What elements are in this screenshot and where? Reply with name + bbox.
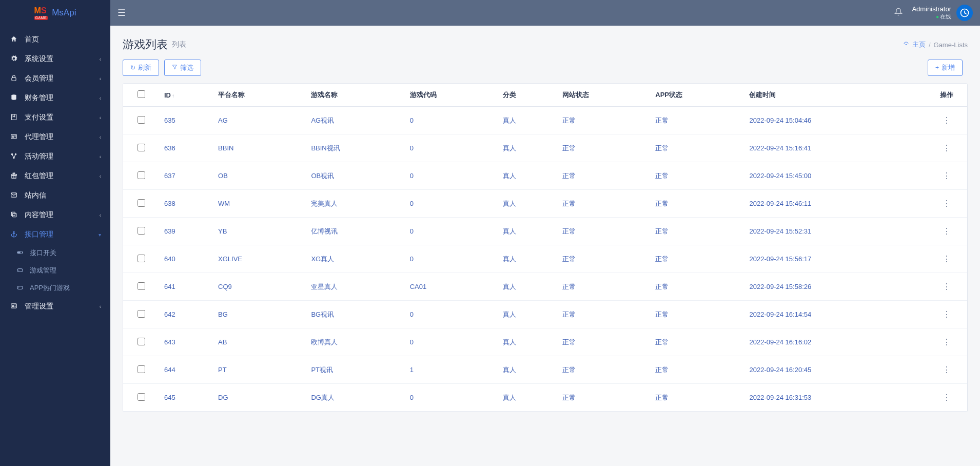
cell-id[interactable]: 642: [159, 301, 213, 328]
row-checkbox[interactable]: [138, 199, 145, 207]
sidebar-item-1[interactable]: 系统设置‹: [0, 49, 110, 69]
cell-created: 2022-09-24 16:16:02: [744, 328, 926, 356]
row-actions-icon[interactable]: ⋮: [939, 170, 954, 182]
cell-platform[interactable]: PT: [213, 356, 306, 384]
row-checkbox[interactable]: [138, 365, 145, 373]
cell-platform[interactable]: YB: [213, 218, 306, 245]
row-checkbox[interactable]: [138, 227, 145, 235]
cell-game[interactable]: DG真人: [306, 384, 404, 412]
sidebar-subitem-1[interactable]: 游戏管理: [0, 262, 110, 279]
row-checkbox[interactable]: [138, 116, 145, 124]
col-created[interactable]: 创建时间: [744, 84, 926, 107]
cell-game[interactable]: XG真人: [306, 245, 404, 273]
cell-platform[interactable]: CQ9: [213, 273, 306, 301]
col-category[interactable]: 分类: [498, 84, 557, 107]
sidebar-item-4[interactable]: 支付设置‹: [0, 108, 110, 127]
row-actions-icon[interactable]: ⋮: [939, 281, 954, 293]
cell-game[interactable]: 亚星真人: [306, 273, 404, 301]
sidebar-subitem-2[interactable]: APP热门游戏: [0, 279, 110, 297]
breadcrumb-home[interactable]: 主页: [912, 40, 926, 49]
svg-rect-12: [11, 212, 15, 216]
cell-game[interactable]: BG视讯: [306, 301, 404, 328]
row-actions-icon[interactable]: ⋮: [939, 198, 954, 209]
sidebar-item-2[interactable]: 会员管理‹: [0, 69, 110, 88]
menu-toggle-icon[interactable]: ☰: [117, 7, 126, 18]
cell-game[interactable]: 欧博真人: [306, 328, 404, 356]
sidebar-item-label: 会员管理: [25, 74, 53, 83]
sidebar-item-0[interactable]: 首页: [0, 30, 110, 49]
sidebar-item-9[interactable]: 内容管理‹: [0, 205, 110, 225]
row-checkbox[interactable]: [138, 310, 145, 318]
sidebar-subitem-0[interactable]: 接口开关: [0, 244, 110, 262]
cell-appstatus: 正常: [650, 107, 744, 134]
cell-id[interactable]: 644: [159, 356, 213, 384]
user-block[interactable]: Administrator ●在线: [912, 6, 951, 20]
cell-platform[interactable]: AB: [213, 328, 306, 356]
row-checkbox[interactable]: [138, 255, 145, 262]
sidebar-item-10[interactable]: 接口管理▾: [0, 225, 110, 244]
cell-game[interactable]: PT视讯: [306, 356, 404, 384]
cell-platform[interactable]: BG: [213, 301, 306, 328]
cell-id[interactable]: 635: [159, 107, 213, 134]
cell-id[interactable]: 641: [159, 273, 213, 301]
cell-id[interactable]: 640: [159, 245, 213, 273]
sidebar-item-3[interactable]: 财务管理‹: [0, 88, 110, 108]
cell-game[interactable]: BBIN视讯: [306, 134, 404, 162]
gift-icon: [9, 172, 18, 181]
row-checkbox[interactable]: [138, 171, 145, 179]
add-button[interactable]: + 新增: [928, 60, 963, 76]
cell-platform[interactable]: AG: [213, 107, 306, 134]
cell-game[interactable]: OB视讯: [306, 162, 404, 190]
cell-id[interactable]: 638: [159, 190, 213, 218]
row-actions-icon[interactable]: ⋮: [939, 114, 954, 126]
sidebar-item-8[interactable]: 站内信: [0, 186, 110, 205]
cell-platform[interactable]: OB: [213, 162, 306, 190]
svg-rect-16: [17, 268, 23, 271]
brand[interactable]: MS GAME MsApi: [0, 0, 110, 26]
bookmark-icon: [9, 113, 18, 122]
row-actions-icon[interactable]: ⋮: [939, 364, 954, 376]
row-checkbox[interactable]: [138, 282, 145, 290]
cell-id[interactable]: 645: [159, 384, 213, 412]
sidebar-subitem-label: APP热门游戏: [30, 283, 70, 293]
sidebar-item-7[interactable]: 红包管理‹: [0, 166, 110, 186]
avatar[interactable]: [956, 5, 973, 21]
col-code[interactable]: 游戏代码: [405, 84, 498, 107]
gears-icon: [9, 55, 18, 64]
row-actions-icon[interactable]: ⋮: [939, 225, 954, 237]
cell-platform[interactable]: WM: [213, 190, 306, 218]
sidebar-item-11[interactable]: 管理设置‹: [0, 297, 110, 316]
cell-game[interactable]: 完美真人: [306, 190, 404, 218]
col-game[interactable]: 游戏名称: [306, 84, 404, 107]
row-actions-icon[interactable]: ⋮: [939, 336, 954, 348]
row-checkbox[interactable]: [138, 144, 145, 151]
col-appstatus[interactable]: APP状态: [650, 84, 744, 107]
cell-id[interactable]: 643: [159, 328, 213, 356]
row-checkbox[interactable]: [138, 338, 145, 345]
cell-id[interactable]: 636: [159, 134, 213, 162]
row-actions-icon[interactable]: ⋮: [939, 392, 954, 403]
cell-platform[interactable]: BBIN: [213, 134, 306, 162]
cell-id[interactable]: 637: [159, 162, 213, 190]
svg-point-15: [21, 251, 23, 254]
row-actions-icon[interactable]: ⋮: [939, 308, 954, 320]
cell-platform[interactable]: XGLIVE: [213, 245, 306, 273]
cell-platform[interactable]: DG: [213, 384, 306, 412]
sidebar-item-label: 内容管理: [25, 210, 53, 220]
row-checkbox[interactable]: [138, 393, 145, 401]
cell-id[interactable]: 639: [159, 218, 213, 245]
sidebar-item-5[interactable]: 代理管理‹: [0, 127, 110, 147]
select-all-checkbox[interactable]: [138, 90, 145, 98]
sidebar-item-6[interactable]: 活动管理‹: [0, 147, 110, 166]
col-id[interactable]: ID↑: [159, 84, 213, 107]
cell-game[interactable]: 亿博视讯: [306, 218, 404, 245]
cell-game[interactable]: AG视讯: [306, 107, 404, 134]
cell-category: 真人: [498, 384, 557, 412]
row-actions-icon[interactable]: ⋮: [939, 253, 954, 265]
row-actions-icon[interactable]: ⋮: [939, 142, 954, 154]
col-webstatus[interactable]: 网站状态: [557, 84, 650, 107]
notification-icon[interactable]: [894, 8, 903, 18]
filter-button[interactable]: 筛选: [164, 60, 201, 76]
col-platform[interactable]: 平台名称: [213, 84, 306, 107]
refresh-button[interactable]: ↻ 刷新: [123, 60, 159, 76]
